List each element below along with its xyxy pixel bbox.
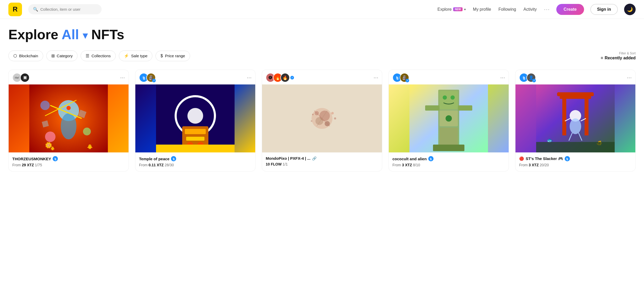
svg-rect-52 — [585, 99, 589, 135]
svg-point-33 — [334, 117, 336, 119]
card-2[interactable]: ꜩ 🗿 ✓ ··· — [135, 70, 256, 172]
svg-point-17 — [187, 108, 203, 124]
nav-explore[interactable]: Explore NEW ▾ — [437, 7, 466, 12]
verified-icon: ✓ — [290, 76, 294, 79]
card-5-body: 🔴 ST's The Slacker 🎮 ꜩ From 3 XTZ 20/20 — [515, 152, 635, 171]
card-5-title: 🔴 ST's The Slacker 🎮 ꜩ — [519, 156, 632, 161]
collections-icon: ☰ — [86, 53, 89, 58]
card-3-image — [262, 84, 382, 152]
card-3-avatars: 🅡 🔥 🔥 ✓ — [266, 73, 294, 82]
svg-point-35 — [331, 112, 334, 115]
signin-button[interactable]: Sign in — [590, 4, 618, 15]
card-2-title: Temple of peace ꜩ — [139, 156, 252, 161]
card-4-image — [389, 84, 509, 152]
card-2-header: ꜩ 🗿 ✓ ··· — [135, 70, 255, 84]
card-menu-icon[interactable]: ··· — [627, 74, 632, 81]
svg-text:🐥: 🐥 — [50, 146, 55, 151]
svg-rect-47 — [433, 145, 464, 151]
svg-point-40 — [443, 95, 447, 100]
nav-my-profile[interactable]: My profile — [473, 7, 491, 12]
nav-activity[interactable]: Activity — [524, 7, 537, 12]
verified-icon: ✓ — [152, 79, 156, 82]
avatar-wrap: 🗿 ✓ — [400, 73, 409, 82]
svg-rect-24 — [156, 145, 235, 152]
tez-icon: ꜩ — [171, 156, 176, 161]
card-3-price: 10 FLOW 1/1 — [266, 162, 378, 166]
card-2-body: Temple of peace ꜩ From 0.11 XTZ 28/30 — [135, 152, 255, 171]
svg-rect-49 — [557, 92, 594, 96]
filter-sort-dropdown[interactable]: Filter & Sort ≡ Recently added — [601, 52, 636, 60]
card-1[interactable]: He! 🔲 ··· — [8, 70, 129, 172]
card-menu-icon[interactable]: ··· — [374, 74, 378, 81]
category-icon: ⊞ — [51, 53, 55, 58]
svg-rect-61 — [536, 142, 615, 152]
card-5-avatars: ꜩ 👤 ✓ — [519, 73, 536, 82]
svg-rect-39 — [440, 91, 458, 109]
avatar: 🔲 — [20, 73, 30, 82]
price-range-icon: $ — [160, 54, 163, 58]
svg-point-36 — [312, 114, 314, 115]
card-3-title: MondoPixo | PXFX-4 | ... 🔗 — [266, 156, 378, 161]
card-5-header: ꜩ 👤 ✓ ··· — [515, 70, 635, 84]
svg-rect-51 — [562, 99, 566, 135]
card-2-image — [135, 84, 255, 152]
card-4[interactable]: ꜩ 🗿 ✓ ··· — [388, 70, 509, 172]
svg-rect-46 — [458, 105, 472, 111]
card-1-body: THORZEUSMONKEY ꜩ From 29 XTZ 1/75 — [9, 152, 129, 171]
svg-point-2 — [61, 113, 76, 139]
svg-point-41 — [451, 95, 455, 100]
svg-point-7 — [40, 101, 50, 110]
card-4-avatars: ꜩ 🗿 ✓ — [392, 73, 409, 82]
verified-icon: ✓ — [406, 79, 409, 82]
card-2-avatars: ꜩ 🗿 ✓ — [139, 73, 156, 82]
tez-icon: ꜩ — [428, 156, 434, 161]
card-5-price: From 3 XTZ 20/20 — [519, 163, 632, 167]
svg-point-54 — [570, 118, 581, 134]
card-5[interactable]: ꜩ 👤 ✓ ··· — [515, 70, 636, 172]
chevron-down-icon: ▾ — [464, 8, 466, 11]
card-4-price: From 3 XTZ 8/10 — [392, 163, 505, 167]
avatar: 🔥 — [280, 73, 290, 82]
logo[interactable]: R — [8, 3, 22, 16]
tez-icon: ꜩ — [565, 156, 570, 161]
filter-bar: ⬡ Blockchain ⊞ Category ☰ Collections ⚡ … — [8, 50, 636, 61]
search-input[interactable] — [40, 7, 97, 12]
svg-rect-50 — [560, 96, 591, 99]
filter-price-range[interactable]: $ Price range — [156, 51, 190, 61]
card-menu-icon[interactable]: ··· — [500, 74, 505, 81]
card-4-body: cococult and alien ꜩ From 3 XTZ 8/10 — [389, 152, 509, 171]
card-3[interactable]: 🅡 🔥 🔥 ✓ ··· — [262, 70, 382, 172]
card-1-header: He! 🔲 ··· — [9, 70, 129, 84]
sale-type-icon: ⚡ — [124, 53, 129, 58]
card-menu-icon[interactable]: ··· — [120, 74, 125, 81]
svg-rect-44 — [440, 128, 458, 146]
search-bar[interactable]: 🔍 — [28, 4, 102, 14]
header: R 🔍 Explore NEW ▾ My profile Following A… — [0, 0, 644, 19]
svg-point-5 — [45, 132, 55, 142]
filter-collections[interactable]: ☰ Collections — [81, 50, 115, 61]
nav: Explore NEW ▾ My profile Following Activ… — [437, 6, 550, 12]
blockchain-icon: ⬡ — [13, 53, 17, 58]
card-menu-icon[interactable]: ··· — [247, 74, 252, 81]
svg-point-34 — [311, 120, 312, 122]
verified-icon: ✓ — [532, 79, 536, 82]
svg-point-43 — [446, 115, 452, 122]
card-4-title: cococult and alien ꜩ — [392, 156, 505, 161]
card-1-title: THORZEUSMONKEY ꜩ — [12, 156, 125, 161]
card-2-price: From 0.11 XTZ 28/30 — [139, 163, 252, 167]
create-button[interactable]: Create — [556, 4, 584, 15]
nav-more[interactable]: ··· — [544, 6, 550, 12]
new-badge: NEW — [453, 7, 462, 11]
avatar-wrap: 👤 ✓ — [526, 73, 536, 82]
theme-toggle-button[interactable]: 🌙 — [624, 4, 636, 15]
filter-blockchain[interactable]: ⬡ Blockchain — [8, 50, 43, 61]
card-3-body: MondoPixo | PXFX-4 | ... 🔗 10 FLOW 1/1 — [262, 152, 382, 170]
svg-rect-20 — [186, 137, 204, 141]
fire-emoji: 🔴 — [519, 156, 524, 161]
filter-category[interactable]: ⊞ Category — [46, 50, 78, 61]
filter-sale-type[interactable]: ⚡ Sale type — [119, 50, 153, 61]
svg-point-6 — [83, 128, 91, 135]
card-1-image: 🌼 🐥 🐥 — [9, 84, 129, 152]
avatar-wrap: 🗿 ✓ — [146, 73, 156, 82]
nav-following[interactable]: Following — [498, 7, 516, 12]
